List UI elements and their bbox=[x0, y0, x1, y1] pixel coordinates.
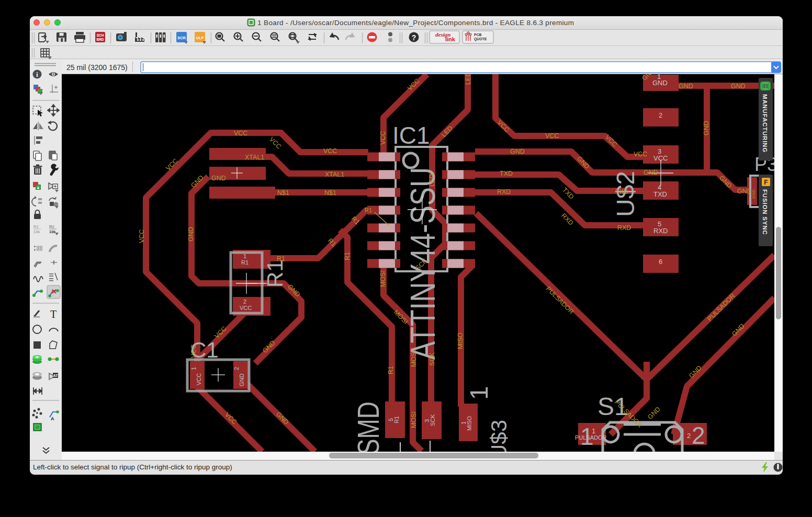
svg-text:1: 1 bbox=[243, 253, 246, 259]
svg-text:R1: R1 bbox=[241, 259, 249, 266]
svg-text:TXD: TXD bbox=[653, 190, 667, 198]
svg-text:MOSI: MOSI bbox=[410, 411, 418, 428]
svg-text:GND: GND bbox=[731, 83, 746, 90]
svg-text:LED: LED bbox=[465, 74, 472, 85]
svg-text:T: T bbox=[50, 308, 57, 320]
svg-text:XTAL1: XTAL1 bbox=[325, 171, 344, 178]
svg-text:SCK: SCK bbox=[430, 414, 436, 426]
svg-text:6: 6 bbox=[659, 258, 662, 266]
svg-text:VCC: VCC bbox=[323, 147, 337, 155]
svg-text:10k: 10k bbox=[49, 229, 56, 234]
svg-text:GND: GND bbox=[679, 83, 693, 90]
svg-text:RXD: RXD bbox=[617, 224, 631, 232]
svg-text:VCC: VCC bbox=[634, 151, 647, 158]
svg-text:QUOTE: QUOTE bbox=[474, 37, 487, 41]
svg-text:GND: GND bbox=[239, 374, 245, 387]
svg-text:SMD: SMD bbox=[352, 401, 385, 452]
svg-text:N$1: N$1 bbox=[277, 189, 289, 197]
svg-text:AT: AT bbox=[53, 374, 59, 377]
svg-text:R2: R2 bbox=[49, 224, 54, 229]
svg-text:2: 2 bbox=[659, 111, 662, 119]
svg-text:2: 2 bbox=[687, 432, 691, 440]
svg-text:VCC: VCC bbox=[240, 305, 252, 311]
svg-text:PULSADOR: PULSADOR bbox=[575, 434, 607, 441]
svg-text:SCR: SCR bbox=[177, 36, 186, 40]
svg-text:VCC: VCC bbox=[234, 130, 247, 137]
svg-text:10k: 10k bbox=[33, 229, 40, 234]
svg-text:LED: LED bbox=[428, 174, 436, 187]
svg-text:XTAL1: XTAL1 bbox=[245, 154, 264, 161]
svg-text:N$1: N$1 bbox=[324, 189, 336, 197]
svg-text:GND: GND bbox=[644, 169, 658, 176]
svg-text:GND: GND bbox=[703, 121, 710, 135]
svg-text:SCK: SCK bbox=[428, 352, 436, 366]
svg-text:GND: GND bbox=[751, 189, 756, 199]
svg-text:1: 1 bbox=[592, 427, 595, 435]
svg-text:TXD: TXD bbox=[500, 170, 513, 177]
svg-text:VCC: VCC bbox=[653, 154, 668, 162]
svg-text:RXD: RXD bbox=[653, 227, 668, 235]
svg-text:2: 2 bbox=[692, 422, 705, 449]
svg-text:VCC: VCC bbox=[190, 344, 197, 358]
svg-text:TXD: TXD bbox=[615, 188, 628, 196]
svg-text:1: 1 bbox=[465, 386, 493, 400]
svg-text:GND: GND bbox=[187, 227, 195, 242]
svg-text:R1: R1 bbox=[393, 416, 400, 423]
svg-text:link: link bbox=[445, 36, 456, 42]
svg-text:F: F bbox=[764, 179, 768, 186]
svg-text:GND: GND bbox=[737, 188, 752, 195]
svg-text:IC1: IC1 bbox=[392, 122, 430, 149]
svg-text:R1: R1 bbox=[365, 207, 372, 213]
svg-text:2: 2 bbox=[243, 298, 246, 305]
svg-text:PCB: PCB bbox=[474, 33, 481, 37]
svg-text:MOSI: MOSI bbox=[410, 350, 418, 367]
svg-text:VCC: VCC bbox=[138, 229, 145, 243]
svg-text:2: 2 bbox=[233, 367, 240, 370]
svg-text:VCC: VCC bbox=[196, 373, 202, 385]
svg-text:?: ? bbox=[412, 33, 416, 42]
svg-text:R1: R1 bbox=[387, 366, 394, 374]
svg-text:MISO: MISO bbox=[466, 416, 472, 431]
svg-text:RXD: RXD bbox=[497, 188, 511, 196]
svg-text:U$3: U$3 bbox=[487, 420, 511, 452]
svg-text:R2: R2 bbox=[33, 224, 39, 229]
svg-text:1: 1 bbox=[190, 367, 197, 370]
svg-text:GND: GND bbox=[510, 148, 525, 155]
svg-text:GND: GND bbox=[652, 79, 668, 87]
svg-text:A: A bbox=[51, 416, 54, 421]
svg-text:GND: GND bbox=[211, 175, 226, 182]
svg-text:VCC: VCC bbox=[545, 132, 559, 140]
svg-text:R1: R1 bbox=[277, 255, 285, 262]
svg-text:VCC: VCC bbox=[379, 131, 387, 145]
svg-text:BRD: BRD bbox=[96, 38, 104, 41]
svg-text:ULP: ULP bbox=[196, 36, 204, 40]
svg-text:MISO: MISO bbox=[457, 332, 464, 349]
svg-text:SCH: SCH bbox=[97, 33, 104, 37]
svg-text:MOSI: MOSI bbox=[379, 270, 387, 287]
svg-text:R1: R1 bbox=[344, 252, 351, 260]
